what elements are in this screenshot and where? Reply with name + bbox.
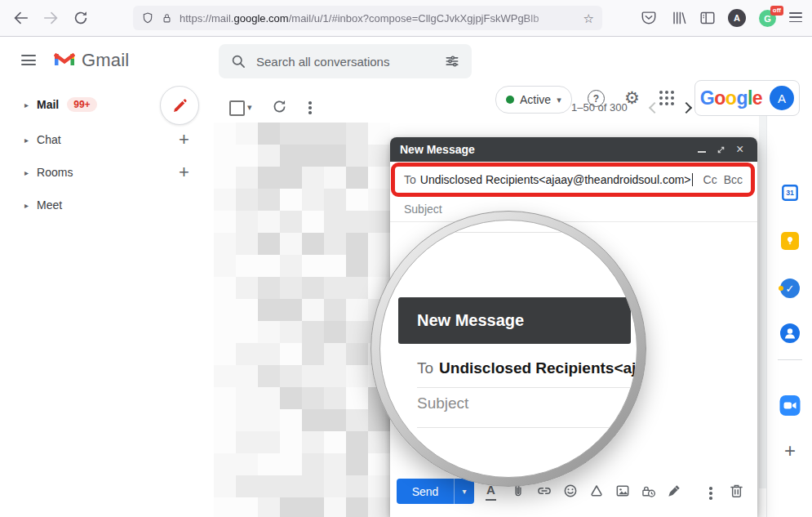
cc-button[interactable]: Cc — [703, 173, 717, 186]
signature-pen-icon[interactable] — [666, 483, 682, 499]
blurred-cell — [280, 365, 302, 387]
url-bar[interactable]: https://mail.google.com/mail/u/1/#inbox?… — [133, 6, 602, 30]
google-apps-grid-icon[interactable] — [659, 91, 674, 105]
extension-icon[interactable]: G off — [759, 10, 776, 27]
search-options-tune-icon[interactable] — [444, 53, 460, 69]
new-room-plus-icon[interactable]: + — [179, 162, 189, 183]
expand-triangle-icon[interactable]: ▸ — [24, 136, 29, 145]
bcc-button[interactable]: Bcc — [724, 173, 743, 186]
discard-draft-trash-icon[interactable] — [728, 482, 744, 498]
zoom-app-icon[interactable] — [780, 395, 801, 416]
blurred-cell — [346, 233, 368, 255]
confidential-mode-icon[interactable] — [640, 483, 656, 499]
shield-icon[interactable] — [141, 11, 154, 25]
blurred-cell — [214, 255, 236, 277]
expand-triangle-icon[interactable]: ▸ — [24, 100, 29, 109]
sidebar-item-meet[interactable]: ▸ Meet — [24, 194, 62, 216]
library-icon[interactable] — [670, 9, 688, 27]
tasks-icon[interactable]: ✓ — [780, 279, 800, 298]
browser-menu-icon[interactable] — [789, 12, 802, 22]
more-send-options-icon[interactable] — [709, 487, 712, 500]
lock-icon[interactable] — [161, 12, 173, 25]
older-page-chevron-icon[interactable] — [681, 102, 692, 114]
magnified-to-value: Undisclosed Recipients<aja — [439, 359, 637, 377]
forward-icon[interactable] — [42, 9, 60, 27]
more-options-icon[interactable] — [308, 101, 312, 114]
blurred-cell — [302, 145, 324, 167]
blurred-cell — [324, 277, 346, 299]
status-selector[interactable]: Active ▾ — [495, 86, 572, 114]
insert-photo-icon[interactable] — [615, 483, 631, 499]
subject-placeholder: Subject — [404, 203, 442, 216]
close-icon[interactable]: × — [736, 141, 743, 158]
insert-drive-file-icon[interactable] — [588, 483, 605, 499]
send-options-caret[interactable]: ▾ — [454, 479, 474, 504]
sidebar-item-rooms[interactable]: ▸ Rooms — [24, 162, 73, 183]
blurred-cell — [368, 431, 390, 453]
insert-link-icon[interactable] — [536, 483, 552, 499]
sidebar-item-label: Chat — [37, 133, 61, 146]
magnified-compose-title: New Message — [417, 311, 524, 330]
blurred-cell — [280, 475, 302, 497]
search-icon[interactable] — [230, 53, 246, 69]
blurred-cell — [280, 299, 302, 321]
compose-header[interactable]: New Message × — [390, 137, 757, 162]
get-addons-plus-icon[interactable]: + — [784, 439, 796, 462]
sidebar-item-mail[interactable]: ▸ Mail 99+ — [24, 94, 97, 115]
blurred-cell — [346, 343, 368, 365]
blurred-cell — [236, 453, 258, 475]
minimize-icon[interactable] — [698, 151, 706, 153]
browser-account-avatar[interactable]: A — [728, 9, 746, 27]
gmail-logo-icon[interactable] — [54, 51, 75, 69]
reload-icon[interactable] — [72, 9, 90, 27]
caret-down-icon: ▾ — [462, 488, 466, 496]
sidebar-item-chat[interactable]: ▸ Chat — [24, 129, 61, 150]
blurred-cell — [302, 453, 324, 475]
blurred-cell — [258, 189, 280, 211]
send-button[interactable]: Send — [397, 479, 454, 504]
gmail-account-avatar[interactable]: A — [770, 86, 794, 110]
select-all-checkbox[interactable] — [229, 100, 245, 116]
help-icon[interactable]: ? — [588, 90, 605, 107]
blurred-cell — [368, 233, 390, 255]
blurred-cell — [258, 343, 280, 365]
select-dropdown-caret-icon[interactable]: ▾ — [247, 103, 252, 112]
blurred-cell — [324, 211, 346, 233]
subject-field[interactable]: Subject — [390, 197, 757, 222]
blurred-cell — [324, 343, 346, 365]
settings-gear-icon[interactable]: ⚙ — [624, 89, 640, 106]
blurred-cell — [214, 123, 236, 145]
bookmark-star-icon[interactable]: ☆ — [583, 12, 594, 25]
keep-icon[interactable] — [781, 232, 799, 250]
search-input[interactable]: Search all conversations — [256, 55, 434, 69]
search-bar[interactable]: Search all conversations — [219, 44, 472, 78]
extension-off-badge: off — [770, 6, 783, 16]
compose-button[interactable] — [160, 86, 199, 125]
contacts-icon[interactable] — [780, 323, 800, 343]
expand-triangle-icon[interactable]: ▸ — [24, 201, 29, 210]
blurred-cell — [346, 475, 368, 497]
sidebar-toggle-icon[interactable] — [699, 9, 717, 27]
insert-emoji-icon[interactable] — [562, 483, 579, 499]
blurred-cell — [236, 255, 258, 277]
refresh-list-icon[interactable] — [271, 98, 288, 115]
back-icon[interactable] — [11, 9, 29, 27]
to-field[interactable]: To Undisclosed Recipients<ajaay@theandro… — [390, 163, 757, 197]
popout-icon[interactable] — [716, 145, 726, 155]
new-chat-plus-icon[interactable]: + — [179, 129, 189, 150]
main-menu-hamburger-icon[interactable] — [21, 55, 36, 65]
to-value[interactable]: Undisclosed Recipients<ajaay@theandroids… — [420, 173, 691, 186]
blurred-cell — [214, 365, 236, 387]
pocket-icon[interactable] — [640, 9, 658, 27]
google-account-box[interactable]: Google A — [694, 80, 800, 116]
magnified-to-label: To — [417, 359, 433, 377]
calendar-icon[interactable]: 31 — [781, 184, 799, 202]
list-scrollbar[interactable] — [759, 90, 766, 488]
blurred-cell — [280, 497, 302, 517]
blurred-cell — [302, 277, 324, 299]
blurred-cell — [214, 497, 236, 517]
expand-triangle-icon[interactable]: ▸ — [24, 168, 29, 177]
blurred-cell — [324, 321, 346, 343]
newer-page-chevron-icon[interactable] — [649, 102, 660, 114]
blurred-cell — [214, 343, 236, 365]
